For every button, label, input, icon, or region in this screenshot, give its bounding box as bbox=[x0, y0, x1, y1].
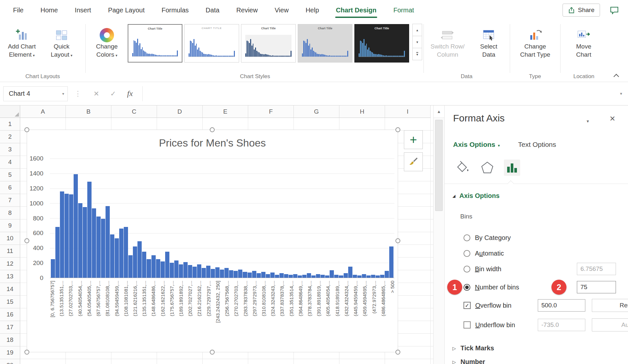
move-chart-button[interactable]: Move Chart bbox=[564, 23, 603, 59]
fill-line-icon[interactable] bbox=[454, 160, 471, 176]
underflow-bin-input[interactable] bbox=[538, 319, 585, 331]
row-header-5[interactable]: 5 bbox=[0, 169, 20, 181]
row-header-3[interactable]: 3 bbox=[0, 143, 20, 156]
scrollbar-thumb[interactable] bbox=[435, 120, 443, 211]
row-header-6[interactable]: 6 bbox=[0, 181, 20, 194]
menu-tab-page-layout[interactable]: Page Layout bbox=[100, 0, 153, 20]
row-header-4[interactable]: 4 bbox=[0, 156, 20, 169]
bin-width-radio[interactable] bbox=[464, 266, 470, 273]
menu-tab-format[interactable]: Format bbox=[385, 0, 422, 20]
cancel-button[interactable]: ✕ bbox=[93, 90, 99, 98]
resize-handle[interactable] bbox=[395, 238, 400, 243]
insert-function-button[interactable]: fx bbox=[127, 89, 133, 98]
menu-tab-file[interactable]: File bbox=[5, 0, 32, 20]
column-header-H[interactable]: H bbox=[339, 105, 385, 118]
menu-tab-data[interactable]: Data bbox=[197, 0, 228, 20]
row-header-18[interactable]: 18 bbox=[0, 334, 20, 346]
overflow-reset-button[interactable]: Reset bbox=[592, 299, 628, 312]
vertical-scrollbar[interactable]: ▲ bbox=[433, 105, 444, 364]
select-all-corner[interactable] bbox=[0, 105, 20, 118]
gallery-more-button[interactable]: ▾ bbox=[412, 48, 422, 60]
column-header-D[interactable]: D bbox=[157, 105, 203, 118]
row-header-1[interactable]: 1 bbox=[0, 118, 20, 131]
row-header-9[interactable]: 9 bbox=[0, 219, 20, 232]
section-number[interactable]: ▷ Number bbox=[452, 358, 485, 364]
gallery-up-button[interactable]: ▴ bbox=[412, 24, 422, 36]
menu-tab-view[interactable]: View bbox=[266, 0, 297, 20]
chart-title[interactable]: Prices for Men's Shoes bbox=[27, 137, 398, 149]
underflow-bin-checkbox[interactable] bbox=[464, 321, 471, 329]
automatic-radio[interactable] bbox=[464, 250, 470, 257]
row-header-16[interactable]: 16 bbox=[0, 308, 20, 321]
tab-axis-options[interactable]: Axis Options▾ bbox=[453, 141, 500, 148]
row-header-10[interactable]: 10 bbox=[0, 232, 20, 245]
resize-handle[interactable] bbox=[210, 350, 215, 355]
comments-button[interactable] bbox=[608, 5, 621, 16]
gallery-down-button[interactable]: ▾ bbox=[412, 36, 422, 48]
section-axis-options[interactable]: ◢ Axis Options bbox=[452, 192, 500, 200]
tab-text-options[interactable]: Text Options bbox=[518, 141, 556, 148]
resize-handle[interactable] bbox=[24, 127, 29, 132]
menu-tab-formulas[interactable]: Formulas bbox=[153, 0, 197, 20]
column-header-B[interactable]: B bbox=[66, 105, 111, 118]
chart-style-2[interactable]: CHART TITLE bbox=[184, 24, 239, 63]
quick-layout-button[interactable]: Quick Layout▾ bbox=[42, 23, 81, 60]
row-header-13[interactable]: 13 bbox=[0, 270, 20, 283]
formula-input[interactable]: ▾ bbox=[142, 86, 623, 101]
pane-dropdown-icon[interactable]: ▾ bbox=[587, 119, 589, 124]
formula-bar-expand-icon[interactable]: ▾ bbox=[620, 91, 622, 96]
row-header-7[interactable]: 7 bbox=[0, 194, 20, 207]
bin-width-input[interactable] bbox=[577, 263, 616, 275]
row-header-14[interactable]: 14 bbox=[0, 283, 20, 296]
resize-handle[interactable] bbox=[210, 127, 215, 132]
column-header-E[interactable]: E bbox=[203, 105, 248, 118]
chart-styles-button[interactable] bbox=[404, 152, 423, 171]
scroll-up-icon[interactable]: ▲ bbox=[434, 105, 444, 118]
enter-button[interactable]: ✓ bbox=[110, 90, 116, 98]
column-header-G[interactable]: G bbox=[294, 105, 339, 118]
resize-handle[interactable] bbox=[395, 127, 400, 132]
select-data-button[interactable]: Select Data bbox=[472, 23, 506, 59]
row-header-20[interactable]: 20 bbox=[0, 359, 20, 364]
row-header-15[interactable]: 15 bbox=[0, 296, 20, 308]
share-button[interactable]: Share bbox=[563, 4, 600, 17]
number-of-bins-radio[interactable] bbox=[464, 284, 470, 291]
resize-handle[interactable] bbox=[24, 350, 29, 355]
close-icon[interactable]: ✕ bbox=[609, 115, 615, 123]
menu-tab-help[interactable]: Help bbox=[297, 0, 327, 20]
add-chart-element-button[interactable]: Add Chart Element▾ bbox=[3, 23, 41, 60]
section-tick-marks[interactable]: ▷ Tick Marks bbox=[452, 344, 494, 352]
overflow-bin-input[interactable] bbox=[538, 299, 585, 312]
chart-style-1[interactable]: Chart Title bbox=[128, 24, 182, 63]
menu-tab-chart-design[interactable]: Chart Design bbox=[327, 0, 385, 20]
chart-object[interactable]: Prices for Men's Shoes 02004006008001000… bbox=[27, 130, 398, 352]
row-header-2[interactable]: 2 bbox=[0, 131, 20, 143]
row-header-11[interactable]: 11 bbox=[0, 245, 20, 258]
menu-tab-insert[interactable]: Insert bbox=[66, 0, 100, 20]
chart-style-4[interactable]: Chart Title bbox=[298, 24, 352, 63]
row-header-19[interactable]: 19 bbox=[0, 346, 20, 359]
chart-style-3[interactable]: Chart Title bbox=[241, 24, 296, 63]
resize-handle[interactable] bbox=[24, 238, 29, 243]
effects-icon[interactable] bbox=[479, 160, 495, 176]
collapse-ribbon-icon[interactable] bbox=[614, 73, 620, 78]
row-header-12[interactable]: 12 bbox=[0, 258, 20, 270]
menu-tab-review[interactable]: Review bbox=[228, 0, 266, 20]
change-chart-type-button[interactable]: Change Chart Type bbox=[514, 23, 556, 59]
chart-elements-button[interactable]: + bbox=[404, 130, 423, 149]
axis-options-icon[interactable] bbox=[504, 160, 520, 176]
resize-handle[interactable] bbox=[395, 350, 400, 355]
column-header-C[interactable]: C bbox=[111, 105, 157, 118]
chart-style-5[interactable]: Chart Title bbox=[354, 24, 409, 63]
overflow-bin-checkbox[interactable]: ✓ bbox=[464, 302, 471, 309]
menu-tab-home[interactable]: Home bbox=[32, 0, 66, 20]
column-header-F[interactable]: F bbox=[248, 105, 294, 118]
change-colors-button[interactable]: Change Colors▾ bbox=[88, 23, 126, 60]
number-of-bins-input[interactable] bbox=[577, 281, 616, 293]
column-header-I[interactable]: I bbox=[385, 105, 431, 118]
column-header-A[interactable]: A bbox=[20, 105, 66, 118]
row-header-8[interactable]: 8 bbox=[0, 207, 20, 219]
name-box[interactable]: Chart 4 ▾ bbox=[3, 86, 68, 101]
by-category-radio[interactable] bbox=[464, 234, 470, 241]
name-box-dropdown-icon[interactable]: ▾ bbox=[62, 91, 64, 96]
